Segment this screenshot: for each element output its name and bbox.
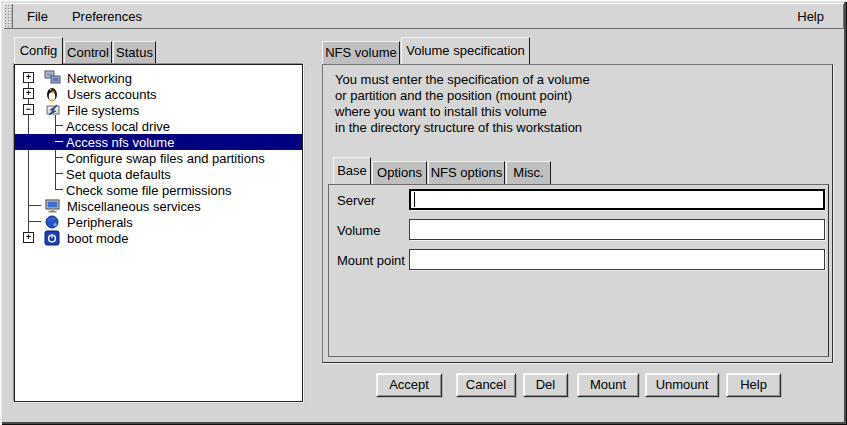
accept-button[interactable]: Accept [376,373,442,397]
tab-misc[interactable]: Misc. [506,161,551,184]
network-icon [44,70,61,86]
tree-item-label: Networking [67,71,132,86]
server-label: Server [337,190,375,211]
filesystems-icon [44,102,61,118]
tab-config[interactable]: Config [14,37,63,64]
tree-item-label: File systems [67,103,139,118]
tree-item-file-systems[interactable]: File systems [15,102,302,118]
tree-branch-tick [55,157,63,158]
help-button[interactable]: Help [726,373,781,397]
tree-branch-tick [28,221,41,222]
tab-base[interactable]: Base [333,157,371,184]
tab-nfs-volume[interactable]: NFS volume [322,41,400,64]
tree-item-boot-mode[interactable]: boot mode [15,230,302,246]
config-tree-frame: Networking Users accounts File systems A… [14,64,303,402]
config-tree: Networking Users accounts File systems A… [15,65,302,401]
tree-item-label: boot mode [67,231,128,246]
tree-item-label: Users accounts [67,87,157,102]
tree-item-label: Configure swap files and partitions [66,151,265,166]
tree-item-access-local-drive[interactable]: Access local drive [15,118,302,134]
tree-item-miscellaneous-services[interactable]: Miscellaneous services [15,198,302,214]
tree-branch-tick [28,205,41,206]
menu-preferences[interactable]: Preferences [66,9,148,24]
mount-point-label: Mount point [337,250,405,271]
tree-item-label: Check some file permissions [66,183,231,198]
tab-volume-specification[interactable]: Volume specification [401,37,530,64]
volume-input[interactable] [409,219,825,240]
expand-plus-icon[interactable] [23,72,34,83]
peripherals-icon [44,214,61,230]
volume-label: Volume [337,220,380,241]
tab-status[interactable]: Status [113,41,156,64]
services-icon [44,198,61,214]
tree-branch-tick [55,125,63,126]
tree-item-label: Peripherals [67,215,133,230]
tree-item-peripherals[interactable]: Peripherals [15,214,302,230]
menu-file[interactable]: File [21,9,54,24]
expand-plus-icon[interactable] [23,232,34,243]
tree-branch-tick [55,189,63,190]
boot-power-icon [44,230,61,246]
menubar: File Preferences Help [3,3,844,29]
tree-item-set-quota-defaults[interactable]: Set quota defaults [15,166,302,182]
mount-button[interactable]: Mount [577,373,639,397]
tree-item-check-file-permissions[interactable]: Check some file permissions [15,182,302,198]
unmount-button[interactable]: Unmount [645,373,719,397]
expand-minus-icon[interactable] [23,104,34,115]
tree-item-label-selected: Access nfs volume [66,135,174,150]
description-line: in the directory structure of this works… [335,120,582,135]
tree-item-configure-swap[interactable]: Configure swap files and partitions [15,150,302,166]
menubar-grip-handle[interactable] [3,3,13,29]
expand-plus-icon[interactable] [23,88,34,99]
tree-item-label: Set quota defaults [66,167,171,182]
cancel-button[interactable]: Cancel [456,373,516,397]
tree-branch-tick [55,141,63,142]
volume-specification-page: You must enter the specification of a vo… [322,64,833,363]
mount-point-input[interactable] [409,249,825,270]
description-line: where you want to install this volume [335,104,547,119]
tree-item-users-accounts[interactable]: Users accounts [15,86,302,102]
tab-nfs-options[interactable]: NFS options [428,161,505,184]
tab-control[interactable]: Control [64,41,112,64]
tree-item-networking[interactable]: Networking [15,70,302,86]
description-line: You must enter the specification of a vo… [335,72,590,87]
tree-branch-tick [55,173,63,174]
text-caret [414,192,415,207]
tree-item-label: Access local drive [66,119,170,134]
users-icon [44,86,61,102]
tree-item-label: Miscellaneous services [67,199,201,214]
description-line: or partition and the position (mount poi… [335,88,572,103]
base-form: Server Volume Mount point [328,184,829,357]
tab-options[interactable]: Options [372,161,427,184]
tree-item-access-nfs-volume[interactable]: Access nfs volume [15,134,302,150]
del-button[interactable]: Del [523,373,568,397]
menu-help[interactable]: Help [791,9,830,24]
linuxconf-window: File Preferences Help Config Control Sta… [0,0,847,425]
server-input[interactable] [409,189,825,210]
